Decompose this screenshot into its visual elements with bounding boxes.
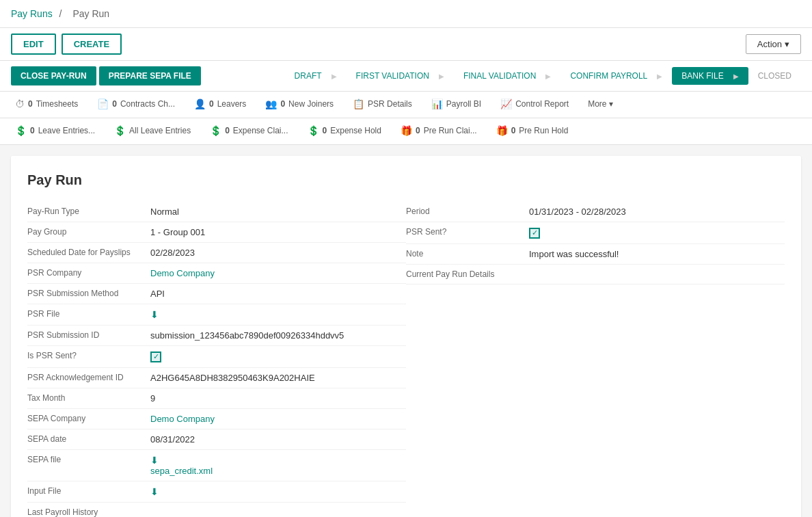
tab-new_joiners[interactable]: 👥0New Joiners	[256, 92, 343, 118]
new_joiners-icon: 👥	[265, 98, 277, 109]
detail-row: Current Pay Run Details	[406, 265, 785, 284]
new_joiners-count: 0	[280, 99, 285, 109]
edit-button[interactable]: EDIT	[11, 34, 56, 55]
action-button[interactable]: Action ▾	[746, 34, 801, 54]
detail-row: PSR Submission IDsubmission_123456abc789…	[27, 326, 406, 346]
control_report-label: Control Report	[515, 99, 569, 109]
breadcrumb: Pay Runs / Pay Run	[0, 0, 812, 28]
tab-expense_claims[interactable]: 💲0Expense Clai...	[200, 118, 297, 144]
detail-value: submission_123456abc7890def00926334hddvv…	[150, 330, 344, 341]
checkbox-checked	[150, 352, 161, 362]
tab-payroll_bi[interactable]: 📊Payroll BI	[422, 92, 491, 118]
contracts-count: 0	[112, 99, 117, 109]
download-icon: ⬇	[150, 455, 159, 466]
detail-label: Last Payroll History	[27, 507, 150, 517]
leave_entries-label: Leave Entries...	[38, 126, 95, 135]
detail-label: Note	[406, 249, 529, 258]
detail-value	[150, 351, 161, 362]
detail-label: Scheduled Date for Payslips	[27, 248, 150, 257]
leave_entries-icon: 💲	[15, 125, 27, 136]
detail-label: PSR Submission Method	[27, 289, 150, 298]
sepa-file-link[interactable]: sepa_credit.xml	[150, 466, 213, 476]
detail-label: PSR Submission ID	[27, 330, 150, 340]
detail-label: Pay-Run Type	[27, 207, 150, 216]
toolbar: EDIT CREATE Action ▾	[0, 28, 812, 61]
detail-label: PSR Company	[27, 268, 150, 278]
pre_run_claims-label: Pre Run Clai...	[424, 126, 477, 135]
detail-label: SEPA Company	[27, 414, 150, 423]
tab-pre_run_hold[interactable]: 🎁0Pre Run Hold	[487, 118, 578, 144]
timesheets-icon: ⏱	[15, 98, 25, 109]
download-icon[interactable]: ⬇	[150, 309, 159, 320]
tabs-row-2: 💲0Leave Entries...💲All Leave Entries💲0Ex…	[0, 118, 812, 145]
detail-value[interactable]: Demo Company	[150, 414, 215, 424]
tabs-row-1: ⏱0Timesheets📄0Contracts Ch...👤0Leavers👥0…	[0, 92, 812, 118]
tab-timesheets[interactable]: ⏱0Timesheets	[5, 92, 87, 118]
leavers-label: Leavers	[217, 99, 247, 109]
detail-value[interactable]: ⬇	[150, 486, 159, 497]
breadcrumb-parent[interactable]: Pay Runs	[11, 8, 53, 19]
detail-value[interactable]: Demo Company	[150, 268, 215, 278]
create-button[interactable]: CREATE	[62, 34, 122, 55]
detail-label: PSR File	[27, 309, 150, 319]
psr_details-icon: 📋	[353, 98, 364, 109]
detail-row: NoteImport was successful!	[406, 244, 785, 265]
detail-label: Pay Group	[27, 227, 150, 237]
detail-value: 9	[150, 393, 155, 403]
breadcrumb-current: Pay Run	[72, 8, 109, 19]
tab-leave_entries[interactable]: 💲0Leave Entries...	[5, 118, 105, 144]
pre_run_hold-label: Pre Run Hold	[519, 126, 568, 135]
detail-label: Current Pay Run Details	[406, 269, 529, 279]
main-content: Pay Run Pay-Run TypeNormalPay Group1 - G…	[0, 145, 812, 517]
leavers-count: 0	[209, 99, 214, 109]
detail-value: 02/28/2023	[150, 248, 195, 258]
detail-row: Pay-Run TypeNormal	[27, 202, 406, 222]
detail-row: Input File⬇	[27, 481, 406, 503]
detail-grid: Pay-Run TypeNormalPay Group1 - Group 001…	[27, 202, 785, 517]
detail-value[interactable]: ⬇	[150, 309, 159, 320]
timesheets-count: 0	[28, 99, 33, 109]
tab-more[interactable]: More ▾	[578, 92, 623, 117]
pipeline-step-draft: DRAFT	[285, 67, 347, 85]
expense_claims-count: 0	[225, 126, 230, 135]
pay-run-card: Pay Run Pay-Run TypeNormalPay Group1 - G…	[11, 156, 801, 517]
tab-all_leave[interactable]: 💲All Leave Entries	[105, 118, 200, 144]
detail-label: Period	[406, 207, 529, 216]
download-icon[interactable]: ⬇	[150, 486, 159, 497]
more-label: More ▾	[588, 99, 613, 109]
detail-link[interactable]: Demo Company	[150, 414, 215, 424]
contracts-label: Contracts Ch...	[120, 99, 175, 109]
close-pay-run-button[interactable]: CLOSE PAY-RUN	[11, 66, 96, 85]
action-chevron: ▾	[785, 39, 789, 49]
control_report-icon: 📈	[500, 98, 512, 109]
tab-leavers[interactable]: 👤0Leavers	[185, 92, 256, 118]
all_leave-icon: 💲	[114, 125, 126, 136]
detail-row: PSR Submission MethodAPI	[27, 284, 406, 304]
action-menu[interactable]: Action ▾	[746, 34, 801, 54]
psr_details-label: PSR Details	[368, 99, 412, 109]
tab-control_report[interactable]: 📈Control Report	[491, 92, 578, 118]
tab-psr_details[interactable]: 📋PSR Details	[343, 92, 422, 118]
pipeline-step-final_validation: FINAL VALIDATION	[454, 67, 560, 85]
detail-value[interactable]: ⬇ sepa_credit.xml	[150, 455, 213, 476]
detail-link[interactable]: Demo Company	[150, 268, 215, 278]
detail-label: PSR Sent?	[406, 227, 529, 237]
detail-value: 1 - Group 001	[150, 227, 205, 237]
tab-contracts[interactable]: 📄0Contracts Ch...	[87, 92, 185, 118]
detail-row: Scheduled Date for Payslips02/28/2023	[27, 243, 406, 263]
tab-expense_hold[interactable]: 💲0Expense Hold	[298, 118, 391, 144]
detail-label: SEPA file	[27, 455, 150, 464]
detail-row: Pay Group1 - Group 001	[27, 222, 406, 243]
detail-row: PSR Sent?	[406, 222, 785, 244]
expense_hold-count: 0	[323, 126, 327, 135]
workflow-bar: CLOSE PAY-RUN PREPARE SEPA FILE DRAFTFIR…	[0, 61, 812, 92]
detail-label: Is PSR Sent?	[27, 351, 150, 360]
tab-pre_run_claims[interactable]: 🎁0Pre Run Clai...	[391, 118, 487, 144]
detail-value: API	[150, 289, 165, 299]
detail-row: Tax Month9	[27, 388, 406, 409]
prepare-sepa-button[interactable]: PREPARE SEPA FILE	[99, 66, 201, 85]
payroll_bi-label: Payroll BI	[446, 99, 481, 109]
detail-label: Tax Month	[27, 393, 150, 403]
expense_hold-label: Expense Hold	[330, 126, 381, 135]
pre_run_claims-count: 0	[416, 126, 420, 135]
